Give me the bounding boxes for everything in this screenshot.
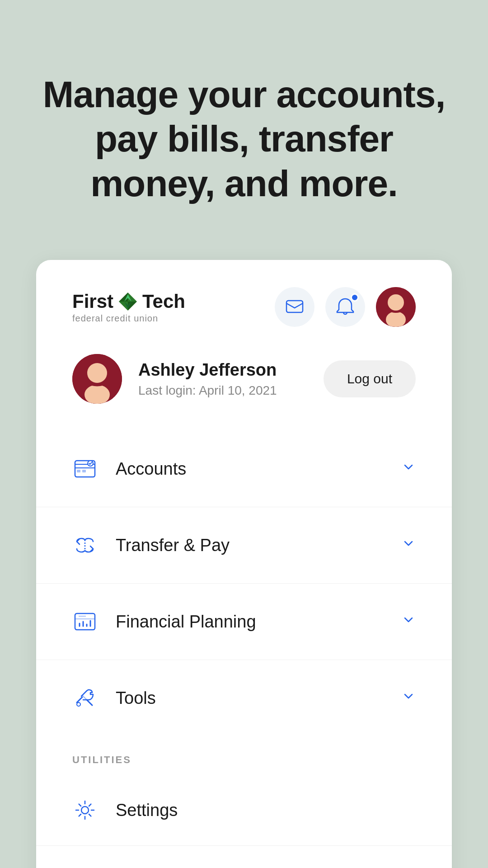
accounts-icon [72, 456, 98, 481]
menu-item-locations[interactable]: Locations [36, 846, 452, 868]
accounts-label: Accounts [116, 459, 186, 479]
logo-diamond-icon [117, 291, 139, 312]
logo-tech: Tech [142, 291, 185, 312]
tools-icon [72, 685, 98, 711]
header-avatar[interactable] [376, 287, 416, 327]
svg-point-12 [87, 363, 107, 383]
hero-title: Manage your accounts, pay bills, transfe… [36, 72, 452, 206]
accounts-chevron-icon [401, 460, 416, 478]
svg-point-25 [77, 703, 80, 706]
user-info: Ashley Jefferson Last login: April 10, 2… [72, 354, 277, 404]
notification-button[interactable] [325, 287, 365, 327]
header-icons [275, 287, 416, 327]
svg-rect-6 [286, 301, 303, 312]
utilities-label: UTILITIES [36, 736, 452, 775]
user-section: Ashley Jefferson Last login: April 10, 2… [36, 345, 452, 431]
svg-point-14 [84, 385, 110, 404]
tools-label: Tools [116, 689, 156, 708]
logo-first: First [72, 291, 113, 312]
user-avatar-icon [72, 354, 122, 404]
financial-planning-chevron-icon [401, 613, 416, 631]
menu-left-tools: Tools [72, 685, 156, 711]
svg-point-8 [388, 294, 404, 311]
utilities-section: UTILITIES Settings [36, 736, 452, 868]
menu-item-financial-planning[interactable]: Financial Planning [36, 584, 452, 660]
user-last-login: Last login: April 10, 2021 [138, 383, 277, 398]
logout-button[interactable]: Log out [324, 360, 416, 397]
menu-left-settings: Settings [72, 797, 178, 823]
transfer-icon [72, 533, 98, 558]
financial-planning-label: Financial Planning [116, 612, 256, 632]
transfer-pay-chevron-icon [401, 536, 416, 554]
svg-point-26 [81, 807, 89, 814]
message-button[interactable] [275, 287, 314, 327]
tools-chevron-icon [401, 689, 416, 707]
logo-text: First Tech [72, 291, 185, 312]
financial-planning-icon [72, 609, 98, 634]
svg-rect-18 [82, 470, 86, 472]
svg-rect-17 [77, 470, 80, 472]
user-name: Ashley Jefferson [138, 360, 277, 380]
logo-subtitle: federal credit union [72, 313, 185, 324]
settings-icon [72, 797, 98, 823]
menu-item-tools[interactable]: Tools [36, 660, 452, 736]
menu-left-transfer-pay: Transfer & Pay [72, 533, 230, 558]
message-icon [285, 297, 305, 317]
card-header: First Tech fe [36, 260, 452, 345]
menu-item-accounts[interactable]: Accounts [36, 431, 452, 507]
settings-label: Settings [116, 801, 178, 820]
transfer-pay-label: Transfer & Pay [116, 536, 230, 555]
header-avatar-icon [376, 287, 416, 327]
main-card: First Tech fe [36, 260, 452, 868]
logo: First Tech fe [72, 291, 185, 324]
menu-left-financial-planning: Financial Planning [72, 609, 256, 634]
hero-section: Manage your accounts, pay bills, transfe… [0, 0, 488, 260]
user-avatar [72, 354, 122, 404]
menu-left-accounts: Accounts [72, 456, 186, 481]
user-details: Ashley Jefferson Last login: April 10, 2… [138, 360, 277, 398]
menu-list: Accounts Trans [36, 431, 452, 736]
menu-item-settings[interactable]: Settings [36, 775, 452, 846]
notification-dot [351, 293, 359, 302]
menu-item-transfer-pay[interactable]: Transfer & Pay [36, 507, 452, 584]
